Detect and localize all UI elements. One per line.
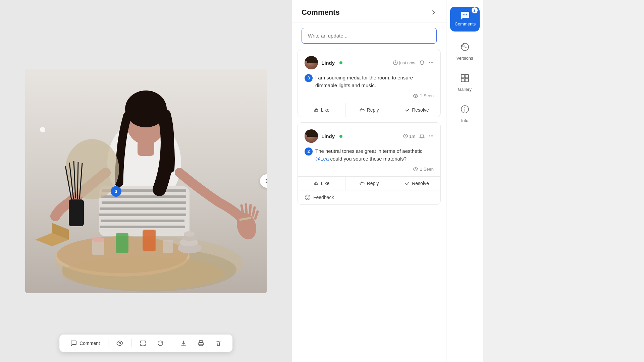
toolbar-divider-1	[108, 339, 108, 347]
comments-count-badge: 2	[472, 7, 478, 13]
comment-text-2: 2 The neutral tones are great in terms o…	[305, 147, 434, 163]
comment-user-2: Lindy	[305, 129, 342, 143]
svg-rect-32	[143, 230, 155, 251]
svg-point-35	[92, 237, 104, 242]
svg-point-50	[415, 95, 416, 97]
gallery-icon	[460, 73, 470, 83]
svg-point-54	[307, 197, 307, 197]
mention-lea[interactable]: @Lea	[315, 156, 329, 162]
versions-label: Versions	[457, 56, 473, 61]
write-update-input[interactable]	[302, 28, 437, 44]
user-name-2: Lindy	[321, 133, 335, 139]
more-options-2[interactable]: ···	[429, 133, 434, 140]
comments-badge-wrap: 2	[455, 10, 475, 21]
reply-label-2: Reply	[367, 181, 379, 186]
comment-time-2: 1m	[403, 134, 415, 139]
gallery-icon-wrap	[458, 71, 472, 85]
svg-rect-10	[101, 220, 184, 222]
comment-actions-2: Like Reply Resolve	[298, 176, 440, 190]
svg-rect-9	[99, 214, 186, 216]
info-label: Info	[461, 118, 469, 123]
like-label-2: Like	[321, 181, 330, 186]
comment-meta-2: 1m ···	[403, 133, 434, 140]
comment-header-1: Lindy just now	[305, 56, 434, 69]
print-tool[interactable]	[195, 339, 207, 348]
comment-text-part3: could you source these materials?	[330, 156, 407, 162]
expand-tool[interactable]	[137, 339, 149, 348]
bell-icon-2[interactable]	[419, 133, 425, 139]
comments-collapse-arrow[interactable]	[431, 9, 437, 15]
comment-tool[interactable]: Comment	[67, 339, 103, 348]
svg-line-15	[250, 205, 251, 214]
svg-line-29	[77, 162, 78, 199]
svg-line-13	[241, 205, 243, 215]
right-sidebar: 2 Comments Versions Gallery	[446, 0, 483, 362]
like-button-2[interactable]: Like	[298, 177, 345, 190]
delete-tool[interactable]	[212, 339, 224, 348]
comment-body-1: Lindy just now	[298, 49, 440, 103]
comments-list: Lindy just now	[292, 49, 446, 362]
svg-rect-8	[100, 207, 186, 210]
seen-count-1: 1 Seen	[305, 93, 434, 98]
comments-sidebar-icon	[460, 10, 470, 21]
like-label-1: Like	[321, 107, 330, 113]
svg-point-56	[463, 14, 464, 15]
user-name-1: Lindy	[321, 60, 335, 66]
reply-button-2[interactable]: Reply	[345, 177, 393, 190]
comment-body-2: Lindy 1m	[298, 123, 440, 176]
refresh-icon	[157, 340, 164, 347]
svg-rect-47	[199, 343, 203, 345]
svg-point-55	[308, 197, 309, 197]
svg-rect-33	[116, 233, 128, 253]
clock-icon-1	[393, 60, 398, 65]
sidebar-item-gallery[interactable]: Gallery	[446, 66, 483, 97]
reply-label-1: Reply	[367, 107, 379, 113]
avatar-1	[305, 56, 318, 69]
more-options-1[interactable]: ···	[429, 59, 434, 66]
comment-actions-1: Like Reply Resolve	[298, 103, 440, 117]
svg-point-57	[464, 14, 465, 15]
svg-point-43	[40, 127, 45, 132]
info-icon	[460, 105, 470, 114]
feedback-row[interactable]: Feedback	[298, 190, 440, 204]
svg-rect-7	[102, 201, 186, 204]
svg-rect-36	[163, 240, 173, 253]
resolve-button-2[interactable]: Resolve	[393, 177, 440, 190]
svg-rect-63	[461, 78, 465, 82]
versions-icon-wrap	[458, 40, 472, 54]
comment-badge-1: 3	[305, 74, 313, 82]
svg-rect-61	[461, 74, 465, 78]
resolve-label-2: Resolve	[412, 181, 429, 186]
resolve-label-1: Resolve	[412, 107, 429, 113]
svg-rect-25	[69, 199, 84, 226]
svg-rect-64	[465, 78, 469, 82]
seen-count-2: 1 Seen	[305, 167, 434, 172]
bell-icon-1[interactable]	[419, 60, 425, 65]
like-button-1[interactable]: Like	[298, 103, 345, 117]
comments-panel: Comments Lindy	[292, 0, 446, 362]
download-tool[interactable]	[177, 339, 190, 348]
resolve-button-1[interactable]: Resolve	[393, 103, 440, 117]
annotation-dot-3[interactable]: 3	[111, 186, 121, 197]
visibility-tool[interactable]	[114, 339, 126, 348]
online-indicator-2	[339, 135, 342, 138]
svg-rect-11	[100, 226, 185, 228]
sidebar-item-comments[interactable]: 2 Comments	[450, 7, 480, 32]
toolbar-divider-3	[172, 339, 172, 347]
seen-eye-icon-1	[413, 94, 418, 98]
comment-content-1: I am sourcing media for the room, to ens…	[315, 74, 434, 89]
refresh-tool[interactable]	[154, 339, 166, 348]
comment-text-1: 3 I am sourcing media for the room, to e…	[305, 74, 434, 89]
reply-button-1[interactable]: Reply	[345, 103, 393, 117]
comment-text-part1: The neutral tones are great in terms of …	[315, 148, 424, 154]
sidebar-item-versions[interactable]: Versions	[446, 35, 483, 66]
image-toolbar: Comment	[59, 335, 232, 352]
sidebar-item-info[interactable]: Info	[446, 97, 483, 128]
main-image: 3	[25, 69, 267, 293]
svg-point-66	[464, 107, 465, 108]
versions-icon	[460, 42, 470, 52]
comments-sidebar-label: Comments	[455, 21, 476, 26]
svg-line-16	[253, 207, 255, 216]
svg-line-14	[246, 204, 247, 214]
feedback-label: Feedback	[313, 195, 334, 200]
